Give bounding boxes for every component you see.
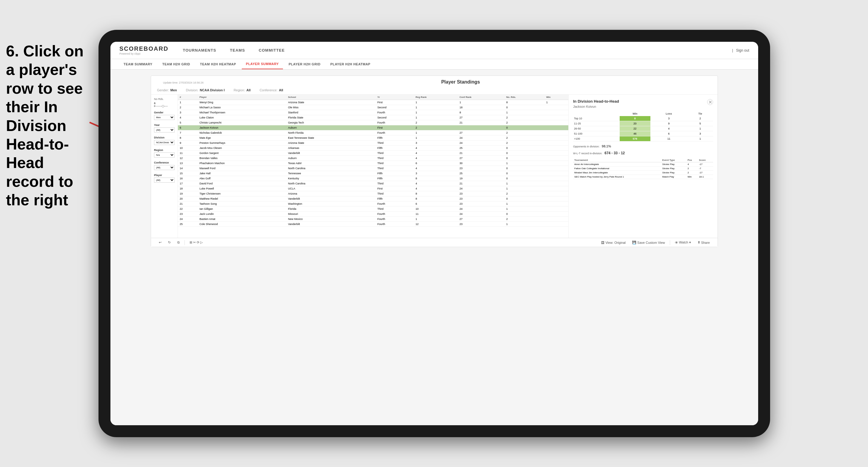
cell-num: 1 (178, 100, 197, 105)
table-row[interactable]: 3 Michael Thorbjornsen Stanford Fourth 1… (178, 110, 568, 115)
table-row[interactable]: 2 Michael La Sasso Ole Miss Second 1 18 … (178, 105, 568, 110)
cell-conf: 21 (458, 151, 505, 156)
cell-win (545, 156, 568, 161)
region-filter: Region N/a (154, 149, 175, 158)
nav-committee[interactable]: COMMITTEE (256, 47, 287, 54)
table-row[interactable]: 7 Nicholas Gabrelcik North Florida Fourt… (178, 130, 568, 135)
cell-rds: 1 (504, 186, 545, 191)
cell-rds: 1 (504, 201, 545, 207)
table-row[interactable]: 22 Ian Gilligan Florida Third 10 24 1 (178, 207, 568, 212)
col-player: Player (197, 95, 286, 100)
toolbar-icons[interactable]: ⊞ ✂ ⟳ ▷ (188, 240, 205, 245)
cell-player: Matthew Riedel (197, 196, 286, 201)
table-row[interactable]: 25 Cole Sherwood Vanderbilt Fourth 12 23… (178, 222, 568, 227)
division-select[interactable]: NCAA Division I (154, 140, 175, 145)
h2h-stats: Opponents in division: 98.1% (573, 145, 713, 148)
h2h-title: In Division Head-to-Head (573, 99, 619, 103)
tab-team-summary[interactable]: TEAM SUMMARY (119, 59, 157, 69)
h2h-record-section: W-L-T record in-division: 674 - 33 - 12 (573, 151, 713, 155)
table-row[interactable]: 21 Taehoon Song Washington Fourth 6 23 1 (178, 201, 568, 207)
gender-select[interactable]: Men (154, 115, 175, 120)
share-btn[interactable]: ⬆ Share (696, 240, 712, 245)
tab-team-h2h-heatmap[interactable]: TEAM H2H HEATMAP (196, 59, 240, 69)
cell-num: 8 (178, 135, 197, 141)
cell-school: Florida (286, 207, 375, 212)
table-row[interactable]: 16 Alex Goff Kentucky Fifth 8 19 0 (178, 176, 568, 181)
table-row[interactable]: 14 Maxwell Ford North Carolina Third 4 2… (178, 166, 568, 171)
nav-tournaments[interactable]: TOURNAMENTS (180, 47, 218, 54)
cell-rds: 0 (504, 176, 545, 181)
cell-yr: Fourth (375, 110, 414, 115)
h2h-win-val: 578 (620, 136, 650, 142)
cell-school: North Carolina (286, 181, 375, 186)
table-row[interactable]: 6 Jackson Koivun Auburn First 2 0 (178, 125, 568, 130)
region-select[interactable]: N/a (154, 153, 175, 158)
table-row[interactable]: 15 Jake Hall Tennessee Fifth 3 25 0 (178, 171, 568, 176)
cell-yr: First (375, 100, 414, 105)
t-type: Match Play (661, 175, 686, 179)
tab-player-h2h-grid[interactable]: PLAYER H2H GRID (284, 59, 325, 69)
cell-rds: 0 (504, 212, 545, 217)
player-select[interactable]: (All) (154, 178, 175, 183)
cell-reg: 8 (414, 191, 458, 196)
update-time: Update time: 27/03/2024 16:56:26 (157, 79, 210, 85)
table-row[interactable]: 24 Bastien Amat New Mexico Fourth 1 27 2 (178, 217, 568, 222)
table-row[interactable]: 13 Phachakorn Maichon Texas A&M Third 6 … (178, 161, 568, 166)
table-row[interactable]: 19 Tiger Christensen Arizona Third 8 23 … (178, 191, 568, 196)
table-row[interactable]: 5 Christo Lamprecht Georgia Tech Fourth … (178, 120, 568, 125)
record-label: W-L-T record in-division: (573, 152, 602, 155)
cell-player: Tiger Christensen (197, 191, 286, 196)
save-custom-btn[interactable]: 💾 Save Custom View (630, 240, 667, 245)
h2h-close-button[interactable]: ✕ (707, 99, 713, 105)
cell-reg: 4 (414, 166, 458, 171)
table-row[interactable]: 23 Jack Lundin Missouri Fourth 11 24 0 (178, 212, 568, 217)
conference-select[interactable]: (All) (154, 165, 175, 170)
table-row[interactable]: 8 Mats Ege East Tennessee State Fifth 1 … (178, 135, 568, 141)
cell-conf: 23 (458, 222, 505, 227)
table-row[interactable]: 18 Luke Powell UCLA First 4 24 1 (178, 186, 568, 191)
tab-player-summary[interactable]: PLAYER SUMMARY (242, 59, 283, 69)
t-tournament: SEC Match Play hosted by Jerry Pate Roun… (573, 175, 661, 179)
tab-team-h2h-grid[interactable]: TEAM H2H GRID (158, 59, 194, 69)
cell-school: Tennessee (286, 171, 375, 176)
cell-num: 18 (178, 186, 197, 191)
cell-yr: First (375, 186, 414, 191)
table-row[interactable]: 20 Matthew Riedel Vanderbilt Fifth 8 23 … (178, 196, 568, 201)
table-row[interactable]: 4 Luke Claton Florida State Second 1 27 … (178, 115, 568, 120)
cell-win (545, 120, 568, 125)
tab-player-h2h-heatmap[interactable]: PLAYER H2H HEATMAP (326, 59, 375, 69)
year-select[interactable]: (All) (154, 127, 175, 132)
cell-win (545, 171, 568, 176)
table-row[interactable]: 1 Wenyi Ding Arizona State First 1 1 8 1 (178, 100, 568, 105)
table-row[interactable]: 10 Jacob Mou Olesen Arkansas Fifth 4 25 … (178, 146, 568, 151)
table-row[interactable]: 11 Gordon Sargent Vanderbilt Third 4 21 … (178, 151, 568, 156)
division-filter: Division NCAA Division I (154, 136, 175, 145)
no-rds-slider[interactable] (156, 106, 168, 106)
sign-out-link[interactable]: Sign out (736, 48, 749, 53)
tournament-header-row: Tournament Event Type Pos Score (573, 158, 713, 162)
h2h-header-row: Win Loss Tie (573, 111, 713, 116)
nav-teams[interactable]: TEAMS (227, 47, 247, 54)
cell-num: 19 (178, 191, 197, 196)
cell-num: 21 (178, 201, 197, 207)
cell-reg: 4 (414, 181, 458, 186)
cell-conf: 8 (458, 110, 505, 115)
h2h-loss-val: 3 (650, 116, 687, 121)
copy-button[interactable]: ⧉ (176, 240, 182, 245)
table-row[interactable]: 9 Preston Summerhays Arizona State Third… (178, 141, 568, 146)
table-row[interactable]: 17 David Ford North Carolina Third 4 21 … (178, 181, 568, 186)
cell-conf: 25 (458, 171, 505, 176)
h2h-player: Jackson Koivun (573, 105, 619, 108)
cell-win (545, 115, 568, 120)
watch-btn[interactable]: 👁 Watch ▾ (673, 240, 693, 245)
redo-button[interactable]: ↻ (166, 240, 173, 245)
view-original-btn[interactable]: 🖼 View: Original (599, 240, 627, 245)
table-row[interactable]: 12 Brendan Valles Auburn Third 4 27 0 (178, 156, 568, 161)
cell-conf: 24 (458, 135, 505, 141)
cell-school: North Carolina (286, 166, 375, 171)
undo-button[interactable]: ↩ (157, 240, 163, 245)
h2h-table-row: 51-100 46 6 3 (573, 131, 713, 136)
cell-rds: 2 (504, 191, 545, 196)
t-tournament: Mirabel Maui Jim Intercollegiate (573, 171, 661, 175)
cell-yr: Third (375, 156, 414, 161)
